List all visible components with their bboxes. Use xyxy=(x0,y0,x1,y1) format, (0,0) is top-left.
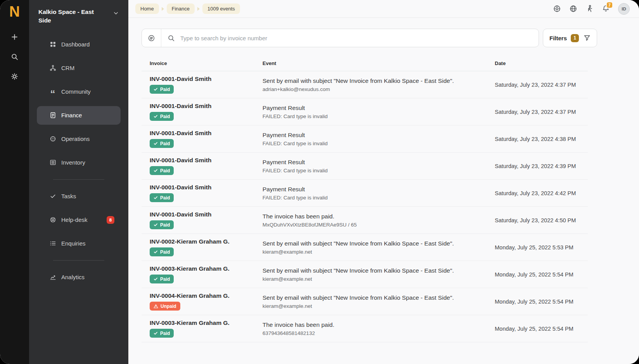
sidebar-item-finance[interactable]: Finance xyxy=(37,106,121,125)
app-window: N Kalkio Space - East Side Dashboard CRM xyxy=(0,0,639,364)
invoice-title: INV-0003-Kieram Graham G. xyxy=(150,319,255,326)
event-date: Saturday, July 23, 2022 4:39 PM xyxy=(495,163,588,169)
funnel-icon xyxy=(584,34,591,41)
sidebar-item-label: Tasks xyxy=(61,193,76,199)
sidebar-item-label: Community xyxy=(61,88,91,95)
inventory-list-icon xyxy=(49,159,56,166)
filters-label: Filters xyxy=(549,35,567,41)
status-label: Paid xyxy=(160,87,170,92)
search-bar xyxy=(142,29,539,47)
sidebar-item-helpdesk[interactable]: Help-desk 8 xyxy=(37,211,121,229)
tour-button[interactable] xyxy=(585,5,594,13)
rail-settings-button[interactable] xyxy=(7,69,22,84)
sidebar-item-label: Finance xyxy=(61,112,82,118)
event-cell: Payment Result FAILED: Card type is inva… xyxy=(255,132,495,146)
column-header-date: Date xyxy=(495,60,588,66)
language-button[interactable] xyxy=(569,5,577,13)
event-detail: 637943648581482132 xyxy=(263,330,495,336)
saved-views-button[interactable] xyxy=(142,29,161,47)
table-row[interactable]: INV-0001-David Smith Paid Payment Result… xyxy=(142,180,588,207)
event-detail: FAILED: Card type is invalid xyxy=(263,168,495,173)
sidebar-item-community[interactable]: “ Community xyxy=(37,82,121,101)
table-row[interactable]: INV-0001-David Smith Paid The invoice ha… xyxy=(142,207,588,234)
topbar-icons: 7 ID xyxy=(553,3,630,15)
sidebar-item-operations[interactable]: Operations xyxy=(37,130,121,148)
event-cell: Payment Result FAILED: Card type is inva… xyxy=(255,186,495,201)
sidebar: Kalkio Space - East Side Dashboard CRM “… xyxy=(29,0,128,364)
invoice-cell: INV-0001-David Smith Paid xyxy=(142,103,255,121)
event-cell: The invoice has been paid. MxQDuhVXvlXtz… xyxy=(255,213,495,228)
event-cell: Sent by email with subject "New Invoice … xyxy=(255,267,495,282)
event-date: Saturday, July 23, 2022 4:42 PM xyxy=(495,190,588,196)
check-icon xyxy=(154,114,158,118)
invoice-title: INV-0001-David Smith xyxy=(150,103,255,110)
table-row[interactable]: INV-0004-Kieram Graham G. Unpaid Sent by… xyxy=(142,288,588,315)
status-label: Paid xyxy=(160,276,170,282)
check-icon xyxy=(154,250,158,254)
status-badge: Paid xyxy=(150,247,174,256)
sidebar-item-enquiries[interactable]: Enquiries xyxy=(37,234,121,253)
status-badge: Unpaid xyxy=(150,302,180,311)
invoice-cell: INV-0003-Kieram Graham G. Paid xyxy=(142,265,255,283)
rail-search-button[interactable] xyxy=(7,49,22,65)
sidebar-item-crm[interactable]: CRM xyxy=(37,59,121,77)
event-table: Invoice Event Date INV-0001-David Smith … xyxy=(142,57,588,342)
sidebar-item-tasks[interactable]: Tasks xyxy=(37,187,121,206)
sidebar-item-label: Help-desk xyxy=(61,216,88,223)
event-title: Sent by email with subject "New Invoice … xyxy=(263,77,495,84)
add-button[interactable] xyxy=(7,29,22,45)
event-cell: Sent by email with subject "New Invoice … xyxy=(255,294,495,309)
invoice-cell: INV-0001-David Smith Paid xyxy=(142,76,255,94)
sidebar-item-label: Inventory xyxy=(61,159,85,166)
table-row[interactable]: INV-0003-Kieram Graham G. Paid Sent by e… xyxy=(142,261,588,288)
table-row[interactable]: INV-0001-David Smith Paid Payment Result… xyxy=(142,125,588,153)
notifications-button[interactable]: 7 xyxy=(602,5,610,13)
breadcrumb-home[interactable]: Home xyxy=(135,3,159,14)
event-date: Monday, July 25, 2022 5:54 PM xyxy=(495,326,588,332)
event-detail: kieram@example.net xyxy=(263,249,495,255)
event-detail: FAILED: Card type is invalid xyxy=(263,195,495,201)
sidebar-item-inventory[interactable]: Inventory xyxy=(37,153,121,172)
status-label: Paid xyxy=(160,168,170,173)
sidebar-item-dashboard[interactable]: Dashboard xyxy=(37,35,121,54)
workspace-switcher[interactable]: Kalkio Space - East Side xyxy=(29,0,128,31)
table-row[interactable]: INV-0001-David Smith Paid Sent by email … xyxy=(142,71,588,98)
event-date: Saturday, July 23, 2022 4:50 PM xyxy=(495,217,588,223)
avatar[interactable]: ID xyxy=(618,3,630,15)
sidebar-item-label: Enquiries xyxy=(61,240,86,247)
event-detail: FAILED: Card type is invalid xyxy=(263,113,495,119)
app-logo[interactable]: N xyxy=(9,4,20,20)
main-area: Home Finance 1009 events 7 xyxy=(128,0,639,364)
event-date: Monday, July 25, 2022 5:54 PM xyxy=(495,271,588,278)
search-input[interactable] xyxy=(180,29,539,47)
invoice-title: INV-0004-Kieram Graham G. xyxy=(150,292,255,299)
crm-sitemap-icon xyxy=(49,65,56,72)
event-title: Payment Result xyxy=(263,132,495,139)
invoice-cell: INV-0002-Kieram Graham G. Paid xyxy=(142,238,255,256)
status-label: Paid xyxy=(160,114,170,119)
status-badge: Paid xyxy=(150,329,174,338)
event-title: Payment Result xyxy=(263,186,495,193)
check-icon xyxy=(154,196,158,200)
table-row[interactable]: INV-0003-Kieram Graham G. Paid The invoi… xyxy=(142,315,588,342)
invoice-cell: INV-0003-Kieram Graham G. Paid xyxy=(142,319,255,338)
status-label: Paid xyxy=(160,141,170,146)
status-label: Paid xyxy=(160,249,170,255)
warning-icon xyxy=(154,304,158,309)
breadcrumb-finance[interactable]: Finance xyxy=(167,3,195,14)
table-row[interactable]: INV-0001-David Smith Paid Payment Result… xyxy=(142,98,588,125)
status-label: Paid xyxy=(160,222,170,228)
breadcrumb-separator-icon xyxy=(197,7,200,11)
filters-button[interactable]: Filters 1 xyxy=(543,29,597,47)
status-badge: Paid xyxy=(150,193,174,202)
breadcrumb-events-count[interactable]: 1009 events xyxy=(202,3,240,14)
status-badge: Paid xyxy=(150,166,174,175)
table-row[interactable]: INV-0001-David Smith Paid Payment Result… xyxy=(142,153,588,180)
table-row[interactable]: INV-0002-Kieram Graham G. Paid Sent by e… xyxy=(142,234,588,261)
event-date: Monday, July 25, 2022 5:54 PM xyxy=(495,299,588,305)
dashboard-grid-icon xyxy=(49,41,56,48)
target-button[interactable] xyxy=(553,5,561,13)
sidebar-item-analytics[interactable]: Analytics xyxy=(37,268,121,287)
event-detail: FAILED: Card type is invalid xyxy=(263,141,495,146)
invoice-title: INV-0001-David Smith xyxy=(150,211,255,218)
